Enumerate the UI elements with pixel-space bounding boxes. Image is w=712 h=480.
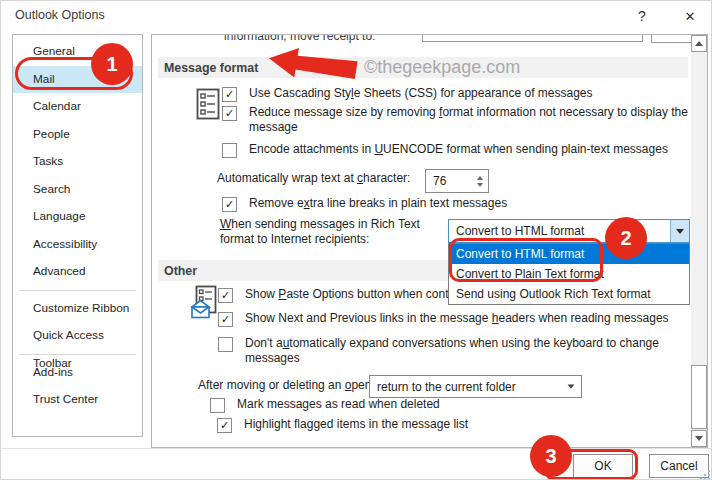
dropdown-value: return to the current folder	[370, 380, 567, 394]
checkbox-row: ✓ Remove extra line breaks in plain text…	[222, 197, 507, 212]
annotation-step-3: 3	[530, 435, 572, 477]
checkbox-highlight-flagged[interactable]: ✓	[217, 418, 232, 433]
checkbox-next-previous[interactable]: ✓	[218, 312, 233, 327]
sidebar-item-search[interactable]: Search	[13, 176, 142, 204]
checkbox-use-css[interactable]: ✓	[222, 87, 237, 102]
sidebar-item-quick-access-toolbar[interactable]: Quick Access Toolbar	[13, 322, 142, 350]
sidebar-divider	[19, 290, 136, 291]
outlook-options-dialog: Outlook Options ? ✕ General Mail Calenda…	[0, 0, 712, 480]
other-mail-options-icon	[191, 285, 217, 319]
message-format-icon	[196, 88, 220, 120]
scroll-down-button[interactable]	[691, 430, 707, 447]
clipped-text: information, move receipt to:	[224, 34, 375, 43]
annotation-step-1: 1	[91, 43, 133, 85]
checkbox-dont-expand-conversations[interactable]	[218, 337, 233, 352]
scroll-down-icon	[695, 436, 703, 441]
checkbox-row: ✓ Show Next and Previous links in the me…	[218, 312, 669, 327]
rich-text-label: When sending messages in Rich Text forma…	[220, 217, 420, 247]
checkbox-row: ✓ Reduce message size by removing format…	[222, 106, 692, 135]
checkbox-row: Mark messages as read when deleted	[210, 398, 440, 413]
checkbox-reduce-size[interactable]: ✓	[222, 106, 237, 121]
checkbox-encode-uuencode[interactable]	[222, 143, 237, 158]
sidebar-item-accessibility[interactable]: Accessibility	[13, 231, 142, 259]
help-icon[interactable]: ?	[631, 5, 653, 27]
wrap-character-spinner[interactable]: 76	[425, 169, 489, 193]
sidebar-item-language[interactable]: Language	[13, 203, 142, 231]
dropdown-arrow-icon[interactable]	[670, 220, 689, 242]
checkbox-remove-line-breaks[interactable]: ✓	[222, 197, 237, 212]
dropdown-arrow-icon	[568, 384, 575, 388]
dialog-title: Outlook Options	[15, 8, 105, 22]
scrollbar-thumb[interactable]	[691, 365, 707, 429]
sidebar: General Mail Calendar People Tasks Searc…	[12, 34, 143, 437]
checkbox-label: Reduce message size by removing format i…	[249, 105, 688, 135]
checkbox-row: ✓ Use Cascading Style Sheets (CSS) for a…	[222, 87, 593, 102]
scroll-up-icon	[695, 41, 703, 46]
sidebar-item-customize-ribbon[interactable]: Customize Ribbon	[13, 295, 142, 323]
vertical-scrollbar[interactable]	[691, 35, 707, 447]
sidebar-item-trust-center[interactable]: Trust Center	[13, 386, 142, 414]
checkbox-label: Show Next and Previous links in the mess…	[245, 311, 669, 326]
close-icon[interactable]: ✕	[679, 5, 701, 27]
dropdown-option-rich-text[interactable]: Send using Outlook Rich Text format	[449, 284, 689, 304]
checkbox-row: Don't automatically expand conversations…	[218, 337, 688, 366]
checkbox-paste-options[interactable]: ✓	[218, 288, 233, 303]
section-title: Other	[158, 264, 197, 278]
sidebar-item-calendar[interactable]: Calendar	[13, 93, 142, 121]
scroll-up-button[interactable]	[691, 35, 707, 52]
annotation-rect-plain-text-option	[449, 238, 603, 282]
checkbox-label: Highlight flagged items in the message l…	[244, 417, 468, 432]
checkbox-label: Mark messages as read when deleted	[237, 397, 440, 412]
sidebar-item-advanced[interactable]: Advanced	[13, 258, 142, 286]
spinner-value: 76	[426, 174, 477, 188]
section-title: Message format	[158, 61, 258, 75]
checkbox-row: Encode attachments in UUENCODE format wh…	[222, 143, 668, 158]
checkbox-label: Remove extra line breaks in plain text m…	[249, 196, 507, 211]
checkbox-label: Encode attachments in UUENCODE format wh…	[249, 142, 668, 157]
annotation-step-2: 2	[605, 217, 647, 259]
section-header-message-format: Message format ©thegeekpage.com	[158, 57, 688, 78]
spinner-down-icon[interactable]	[477, 183, 483, 187]
sidebar-item-people[interactable]: People	[13, 121, 142, 149]
sidebar-item-tasks[interactable]: Tasks	[13, 148, 142, 176]
watermark: ©thegeekpage.com	[364, 57, 520, 78]
clipped-dropdown	[422, 34, 643, 42]
checkbox-label: Don't automatically expand conversations…	[245, 336, 659, 366]
resize-grip[interactable]	[700, 470, 702, 472]
wrap-character-label: Automatically wrap text at character:	[217, 171, 410, 186]
sidebar-item-add-ins[interactable]: Add-ins	[13, 359, 142, 387]
checkbox-row: ✓ Highlight flagged items in the message…	[217, 418, 468, 433]
checkbox-mark-read-when-deleted[interactable]	[210, 398, 225, 413]
checkbox-label: Use Cascading Style Sheets (CSS) for app…	[249, 86, 593, 101]
cancel-button[interactable]: Cancel	[649, 454, 709, 478]
spinner-up-icon[interactable]	[477, 176, 483, 180]
after-item-dropdown[interactable]: return to the current folder	[369, 375, 582, 398]
